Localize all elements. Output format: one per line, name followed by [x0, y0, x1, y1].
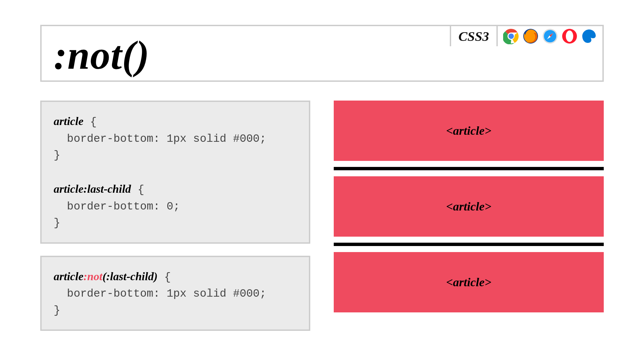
- page-title: :not(): [54, 32, 150, 78]
- spec-badge: CSS3: [450, 26, 496, 46]
- code-text: border-bottom: 1px solid #000;: [54, 133, 266, 145]
- preview-article-label: <article>: [446, 124, 491, 138]
- code-text: }: [54, 304, 60, 317]
- code-selector: article:last-child: [54, 183, 131, 195]
- preview-article: <article>: [334, 252, 604, 312]
- edge-icon: [581, 28, 597, 44]
- border-separator: [334, 243, 604, 246]
- code-not-keyword: :not: [84, 270, 103, 283]
- code-text: {: [84, 116, 97, 128]
- content-area: article { border-bottom: 1px solid #000;…: [40, 101, 604, 331]
- firefox-icon: [523, 28, 539, 44]
- code-text: }: [54, 149, 60, 162]
- code-block-not: article:not(:last-child) { border-bottom…: [40, 256, 310, 331]
- slide-header: :not() CSS3: [40, 25, 604, 82]
- preview-article-label: <article>: [446, 275, 491, 289]
- title-cell: :not(): [42, 26, 450, 78]
- preview-article: <article>: [334, 176, 604, 237]
- preview-column: <article> <article> <article>: [334, 101, 604, 331]
- preview-article-label: <article>: [446, 199, 491, 214]
- code-text: border-bottom: 1px solid #000;: [54, 288, 266, 300]
- code-text: border-bottom: 0;: [54, 200, 180, 213]
- code-text: }: [54, 217, 60, 229]
- slide: :not() CSS3: [0, 0, 644, 362]
- safari-icon: [542, 28, 558, 44]
- border-separator: [334, 167, 604, 170]
- code-text: {: [158, 271, 171, 284]
- code-selector: article: [54, 115, 84, 127]
- browser-support: [496, 26, 602, 46]
- code-selector: (:last-child): [102, 270, 157, 283]
- chrome-icon: [503, 28, 519, 44]
- code-column: article { border-bottom: 1px solid #000;…: [40, 101, 310, 331]
- code-selector: article: [54, 270, 84, 283]
- opera-icon: [561, 28, 578, 44]
- svg-point-2: [508, 34, 514, 39]
- preview-article: <article>: [334, 101, 604, 161]
- code-text: {: [131, 184, 144, 196]
- code-block-traditional: article { border-bottom: 1px solid #000;…: [40, 101, 310, 244]
- spec-badge-label: CSS3: [459, 28, 489, 44]
